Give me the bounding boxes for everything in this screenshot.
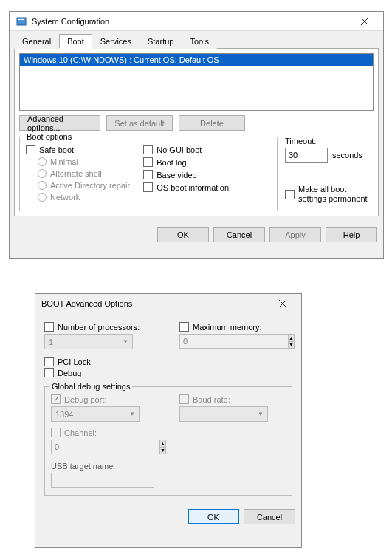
svg-rect-2 bbox=[18, 21, 24, 21]
chevron-down-icon: ▼ bbox=[123, 338, 128, 345]
apply-button: Apply bbox=[269, 227, 321, 242]
max-memory-checkbox[interactable]: Maximum memory: bbox=[179, 322, 292, 332]
ok-button[interactable]: OK bbox=[157, 227, 209, 242]
close-icon[interactable] bbox=[270, 294, 295, 313]
num-processors-select: 1▼ bbox=[44, 334, 133, 349]
tab-tools[interactable]: Tools bbox=[182, 34, 217, 49]
app-icon bbox=[16, 16, 27, 27]
boot-entries-list[interactable]: Windows 10 (C:\WINDOWS) : Current OS; De… bbox=[19, 53, 374, 111]
no-gui-boot-checkbox[interactable]: No GUI boot bbox=[143, 145, 229, 154]
ok-button[interactable]: OK bbox=[188, 509, 239, 524]
cancel-button[interactable]: Cancel bbox=[213, 227, 265, 242]
timeout-group: Timeout: seconds Make all boot settings … bbox=[285, 137, 374, 211]
tab-general[interactable]: General bbox=[14, 34, 59, 49]
boot-log-checkbox[interactable]: Boot log bbox=[143, 157, 229, 167]
minimal-radio: Minimal bbox=[38, 157, 130, 166]
tab-services[interactable]: Services bbox=[92, 34, 140, 49]
dialog-buttons: OK Cancel Apply Help bbox=[10, 221, 383, 248]
debug-checkbox[interactable]: Debug bbox=[44, 368, 292, 377]
titlebar[interactable]: BOOT Advanced Options bbox=[35, 294, 301, 313]
system-configuration-window: System Configuration General Boot Servic… bbox=[9, 11, 384, 259]
spinner-up-icon: ▲ bbox=[160, 440, 165, 448]
usb-target-label: USB target name: bbox=[51, 462, 286, 471]
titlebar[interactable]: System Configuration bbox=[10, 12, 383, 31]
global-debug-legend: Global debug settings bbox=[49, 382, 132, 391]
tab-panel: Windows 10 (C:\WINDOWS) : Current OS; De… bbox=[14, 48, 379, 216]
boot-entry-selected[interactable]: Windows 10 (C:\WINDOWS) : Current OS; De… bbox=[20, 54, 373, 66]
tab-boot[interactable]: Boot bbox=[59, 34, 92, 49]
pci-lock-checkbox[interactable]: PCI Lock bbox=[44, 357, 292, 366]
network-radio: Network bbox=[38, 193, 130, 202]
help-button[interactable]: Help bbox=[326, 227, 377, 242]
tabs: General Boot Services Startup Tools bbox=[14, 34, 379, 49]
timeout-input[interactable] bbox=[285, 148, 328, 163]
baud-rate-checkbox: Baud rate: bbox=[179, 394, 286, 404]
advanced-options-button[interactable]: Advanced options... bbox=[19, 115, 100, 131]
chevron-down-icon: ▼ bbox=[129, 411, 135, 417]
global-debug-settings-group: Global debug settings Debug port: 1394▼ … bbox=[44, 386, 292, 496]
make-permanent-checkbox[interactable]: Make all boot settings permanent bbox=[285, 185, 374, 204]
window-title: BOOT Advanced Options bbox=[41, 299, 270, 308]
max-memory-spinner: ▲▼ bbox=[289, 334, 295, 349]
channel-checkbox: Channel: bbox=[51, 428, 286, 437]
channel-input bbox=[51, 440, 160, 454]
alternate-shell-radio: Alternate shell bbox=[38, 169, 130, 178]
timeout-label: Timeout: bbox=[285, 137, 374, 146]
dialog-buttons: OK Cancel bbox=[35, 503, 301, 530]
safe-boot-checkbox[interactable]: Safe boot bbox=[26, 145, 130, 154]
tab-startup[interactable]: Startup bbox=[140, 34, 182, 49]
delete-button: Delete bbox=[179, 115, 245, 131]
cancel-button[interactable]: Cancel bbox=[244, 509, 295, 524]
baud-rate-select: ▼ bbox=[179, 406, 268, 422]
boot-advanced-options-window: BOOT Advanced Options Number of processo… bbox=[35, 293, 302, 548]
svg-rect-1 bbox=[18, 19, 24, 20]
spinner-up-icon: ▲ bbox=[289, 335, 294, 342]
debug-port-select: 1394▼ bbox=[51, 406, 140, 422]
chevron-down-icon: ▼ bbox=[258, 411, 264, 417]
spinner-down-icon: ▼ bbox=[289, 342, 294, 349]
boot-options-group: Boot options Safe boot Minimal Alternate… bbox=[19, 137, 278, 211]
spinner-down-icon: ▼ bbox=[160, 448, 165, 454]
debug-port-checkbox: Debug port: bbox=[51, 394, 157, 404]
ad-repair-radio: Active Directory repair bbox=[38, 181, 130, 190]
num-processors-checkbox[interactable]: Number of processors: bbox=[44, 322, 157, 332]
base-video-checkbox[interactable]: Base video bbox=[143, 170, 229, 179]
os-boot-info-checkbox[interactable]: OS boot information bbox=[143, 182, 229, 192]
channel-spinner: ▲▼ bbox=[160, 440, 166, 454]
max-memory-input bbox=[179, 334, 289, 349]
close-icon[interactable] bbox=[352, 12, 377, 31]
usb-target-input bbox=[51, 473, 154, 488]
set-as-default-button: Set as default bbox=[106, 115, 173, 131]
boot-options-legend: Boot options bbox=[24, 132, 74, 141]
seconds-label: seconds bbox=[332, 151, 362, 160]
window-title: System Configuration bbox=[32, 17, 352, 26]
